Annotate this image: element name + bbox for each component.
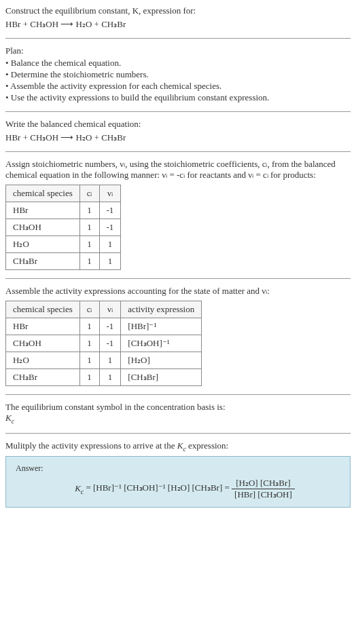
cell-c: 1: [79, 202, 99, 219]
cell-v: -1: [99, 219, 121, 236]
plan-label: Plan:: [5, 45, 351, 56]
cell-expr: [HBr]⁻¹: [121, 318, 202, 335]
col-species: chemical species: [6, 301, 80, 318]
cell-c: 1: [79, 219, 99, 236]
cell-c: 1: [79, 369, 99, 386]
kc-symbol-line1: The equilibrium constant symbol in the c…: [5, 402, 351, 413]
cell-v: 1: [99, 253, 121, 270]
answer-label: Answer:: [16, 463, 340, 474]
col-v: νᵢ: [99, 301, 121, 318]
plan-item: • Assemble the activity expression for e…: [5, 81, 351, 92]
cell-expr: [CH₃OH]⁻¹: [121, 335, 202, 352]
cell-expr: [CH₃Br]: [121, 369, 202, 386]
divider: [5, 151, 351, 152]
activity-table: chemical species cᵢ νᵢ activity expressi…: [5, 301, 202, 386]
cell-c: 1: [79, 352, 99, 369]
plan-section: Plan: • Balance the chemical equation. •…: [5, 45, 351, 103]
table-row: H₂O 1 1: [6, 236, 121, 253]
col-expr: activity expression: [121, 301, 202, 318]
multiply-prefix: Mulitply the activity expressions to arr…: [5, 440, 177, 451]
cell-c: 1: [79, 335, 99, 352]
balanced-section: Write the balanced chemical equation: HB…: [5, 119, 351, 143]
divider: [5, 394, 351, 395]
stoich-table: chemical species cᵢ νᵢ HBr 1 -1 CH₃OH 1 …: [5, 185, 121, 270]
answer-box: Answer: Kc = [HBr]⁻¹ [CH₃OH]⁻¹ [H₂O] [CH…: [5, 456, 351, 508]
divider: [5, 278, 351, 279]
activity-intro: Assemble the activity expressions accoun…: [5, 286, 351, 297]
divider: [5, 433, 351, 434]
header-equation: HBr + CH₃OH ⟶ H₂O + CH₃Br: [5, 19, 351, 30]
answer-kc: Kc: [75, 483, 84, 493]
cell-species: CH₃OH: [6, 335, 80, 352]
cell-species: CH₃Br: [6, 369, 80, 386]
cell-species: HBr: [6, 318, 80, 335]
cell-v: 1: [99, 352, 121, 369]
cell-c: 1: [79, 318, 99, 335]
col-species: chemical species: [6, 185, 80, 202]
table-row: HBr 1 -1 [HBr]⁻¹: [6, 318, 202, 335]
col-c: cᵢ: [79, 185, 99, 202]
multiply-suffix: expression:: [186, 440, 228, 451]
table-header-row: chemical species cᵢ νᵢ: [6, 185, 121, 202]
table-row: CH₃OH 1 -1: [6, 219, 121, 236]
header-section: Construct the equilibrium constant, K, e…: [5, 5, 351, 30]
plan-list: • Balance the chemical equation. • Deter…: [5, 58, 351, 103]
plan-item: • Use the activity expressions to build …: [5, 92, 351, 103]
answer-formula: Kc = [HBr]⁻¹ [CH₃OH]⁻¹ [H₂O] [CH₃Br] = […: [16, 478, 340, 500]
cell-species: CH₃Br: [6, 253, 80, 270]
table-row: HBr 1 -1: [6, 202, 121, 219]
table-row: CH₃Br 1 1 [CH₃Br]: [6, 369, 202, 386]
kc-inline: Kc: [177, 440, 186, 451]
divider: [5, 38, 351, 39]
frac-numerator: [H₂O] [CH₃Br]: [232, 478, 295, 489]
cell-expr: [H₂O]: [121, 352, 202, 369]
stoich-intro: Assign stoichiometric numbers, νᵢ, using…: [5, 159, 351, 181]
table-row: CH₃Br 1 1: [6, 253, 121, 270]
cell-species: H₂O: [6, 352, 80, 369]
table-row: CH₃OH 1 -1 [CH₃OH]⁻¹: [6, 335, 202, 352]
frac-denominator: [HBr] [CH₃OH]: [232, 489, 295, 500]
cell-v: 1: [99, 236, 121, 253]
title-line: Construct the equilibrium constant, K, e…: [5, 5, 351, 16]
cell-species: CH₃OH: [6, 219, 80, 236]
kc-symbol-section: The equilibrium constant symbol in the c…: [5, 402, 351, 425]
plan-item: • Balance the chemical equation.: [5, 58, 351, 69]
stoich-section: Assign stoichiometric numbers, νᵢ, using…: [5, 159, 351, 270]
cell-c: 1: [79, 253, 99, 270]
plan-item: • Determine the stoichiometric numbers.: [5, 69, 351, 80]
activity-section: Assemble the activity expressions accoun…: [5, 286, 351, 386]
title-text: Construct the equilibrium constant, K, e…: [5, 5, 196, 16]
cell-species: H₂O: [6, 236, 80, 253]
balanced-equation: HBr + CH₃OH ⟶ H₂O + CH₃Br: [5, 132, 351, 143]
cell-v: -1: [99, 318, 121, 335]
multiply-section: Mulitply the activity expressions to arr…: [5, 440, 351, 508]
balanced-label: Write the balanced chemical equation:: [5, 119, 351, 130]
cell-c: 1: [79, 236, 99, 253]
col-v: νᵢ: [99, 185, 121, 202]
cell-v: -1: [99, 335, 121, 352]
divider: [5, 111, 351, 112]
cell-v: -1: [99, 202, 121, 219]
answer-equals1: = [HBr]⁻¹ [CH₃OH]⁻¹ [H₂O] [CH₃Br] =: [86, 483, 232, 493]
cell-species: HBr: [6, 202, 80, 219]
table-header-row: chemical species cᵢ νᵢ activity expressi…: [6, 301, 202, 318]
col-c: cᵢ: [79, 301, 99, 318]
multiply-text: Mulitply the activity expressions to arr…: [5, 440, 351, 453]
table-row: H₂O 1 1 [H₂O]: [6, 352, 202, 369]
answer-fraction: [H₂O] [CH₃Br] [HBr] [CH₃OH]: [232, 478, 295, 500]
kc-symbol-line2: Kc: [5, 413, 351, 425]
cell-v: 1: [99, 369, 121, 386]
